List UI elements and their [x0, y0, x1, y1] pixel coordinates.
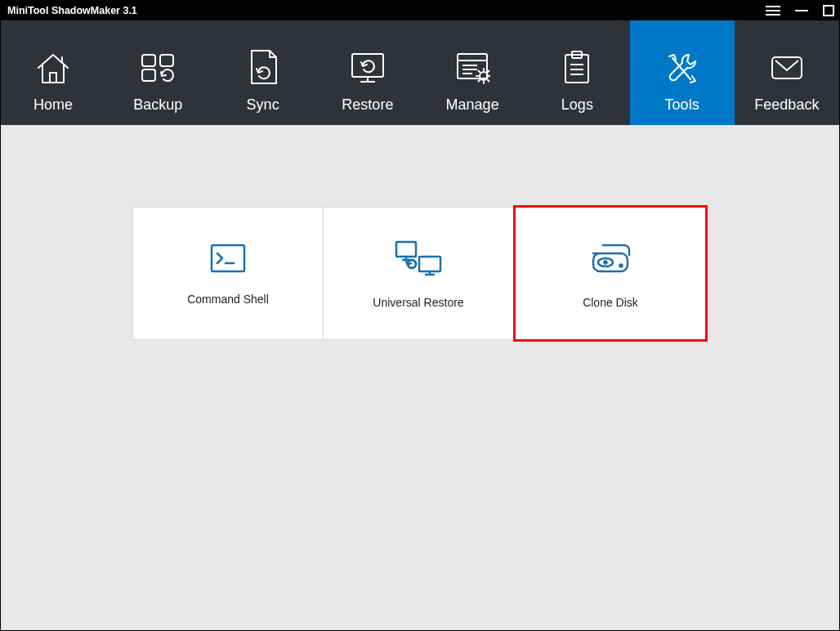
nav-label: Feedback — [754, 96, 819, 114]
nav-label: Backup — [133, 96, 182, 114]
svg-rect-10 — [352, 54, 383, 77]
nav-tools[interactable]: Tools — [630, 20, 735, 125]
svg-rect-31 — [419, 257, 440, 271]
svg-rect-9 — [142, 69, 155, 81]
card-label: Universal Restore — [373, 296, 463, 309]
nav-label: Logs — [561, 96, 593, 114]
nav-home[interactable]: Home — [1, 20, 105, 125]
maximize-icon[interactable] — [823, 5, 834, 16]
svg-rect-26 — [212, 245, 244, 271]
svg-point-37 — [620, 264, 623, 266]
navbar: Home Backup Sync — [1, 20, 839, 125]
nav-label: Manage — [446, 96, 499, 114]
universal-restore-icon — [393, 239, 444, 278]
nav-sync[interactable]: Sync — [211, 20, 315, 125]
tool-clone-disk[interactable]: Clone Disk — [513, 205, 708, 342]
manage-icon — [454, 47, 490, 88]
home-icon — [35, 47, 71, 88]
nav-restore[interactable]: Restore — [315, 20, 420, 125]
titlebar: MiniTool ShadowMaker 3.1 — [1, 1, 839, 20]
logs-icon — [562, 47, 592, 88]
feedback-icon — [769, 47, 805, 88]
svg-rect-8 — [160, 55, 173, 66]
nav-label: Home — [34, 96, 73, 114]
tools-cards: Command Shell Universal Restore — [132, 207, 708, 342]
menu-icon[interactable] — [766, 5, 780, 16]
card-label: Clone Disk — [583, 296, 638, 309]
svg-rect-7 — [142, 55, 155, 66]
nav-manage[interactable]: Manage — [420, 20, 525, 125]
svg-rect-5 — [50, 73, 56, 83]
nav-backup[interactable]: Backup — [105, 20, 210, 125]
sync-icon — [247, 47, 279, 88]
nav-label: Restore — [342, 96, 393, 114]
tool-universal-restore[interactable]: Universal Restore — [323, 207, 514, 340]
backup-icon — [139, 47, 176, 88]
nav-feedback[interactable]: Feedback — [735, 20, 839, 125]
card-label: Command Shell — [187, 293, 269, 306]
clone-disk-icon — [587, 239, 634, 278]
minimize-icon[interactable] — [795, 5, 808, 16]
app-title: MiniTool ShadowMaker 3.1 — [7, 5, 766, 16]
tool-command-shell[interactable]: Command Shell — [132, 207, 324, 340]
svg-rect-4 — [824, 6, 833, 16]
nav-label: Tools — [665, 96, 699, 114]
nav-logs[interactable]: Logs — [525, 20, 629, 125]
content-area: Command Shell Universal Restore — [1, 125, 839, 630]
restore-icon — [349, 47, 386, 88]
svg-point-36 — [605, 261, 607, 263]
nav-label: Sync — [247, 96, 279, 114]
svg-rect-28 — [396, 242, 416, 257]
tools-icon — [664, 47, 700, 88]
window-controls — [766, 5, 834, 16]
terminal-icon — [208, 242, 248, 275]
